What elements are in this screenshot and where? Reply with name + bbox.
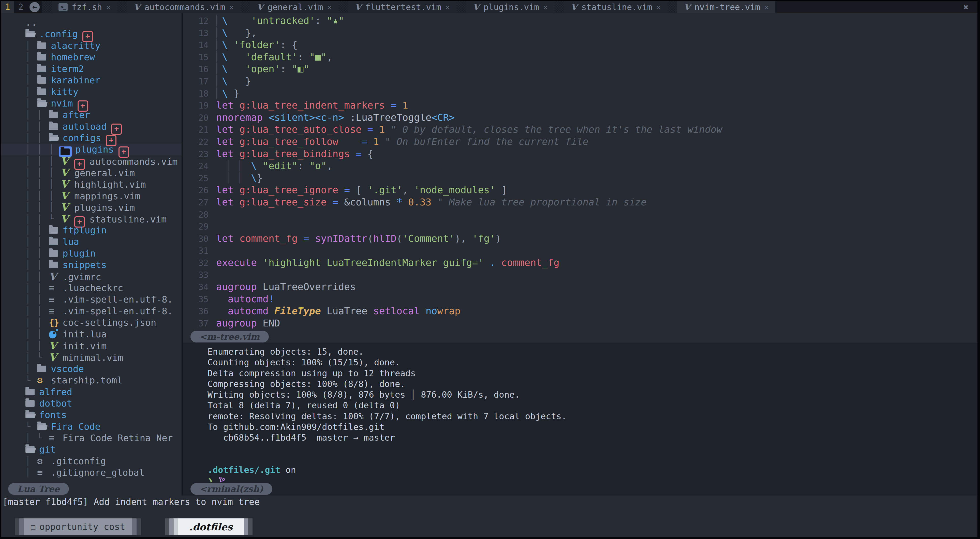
tab-plugins.vim[interactable]: Vplugins.vim× [466, 1, 554, 13]
editor-buffer[interactable]: 12▏\ 'untracked': "★"13▏\ },14▏\ 'folder… [183, 13, 977, 331]
tree-item-plugins[interactable]: │││plugins+ [1, 144, 181, 155]
tree-item-configs[interactable]: ││configs+ [1, 132, 181, 144]
code-line[interactable]: 27let g:lua_tree_size = &columns * 0.33 … [183, 196, 977, 208]
tab-close-icon[interactable]: × [229, 3, 234, 12]
code-line[interactable]: 35 autocmd! [183, 293, 977, 305]
tree-item-dotbot[interactable]: dotbot [1, 397, 181, 409]
code-line[interactable]: 34augroup LuaTreeOverrides [183, 281, 977, 293]
tmux-window-opportunity_cost[interactable]: □opportunity_cost [15, 518, 141, 535]
code-token [298, 233, 303, 244]
tree-item-alfred[interactable]: alfred [1, 386, 181, 397]
code-line[interactable]: 33 [183, 269, 977, 281]
git-branch-icon [218, 476, 226, 482]
nvim-tree-pane[interactable]: ...config+│alacritty│homebrew│iterm2│kar… [1, 13, 181, 496]
tree-item-fonts[interactable]: fonts [1, 409, 181, 421]
tree-item-autocommands.vim[interactable]: │││V+autocommands.vim [1, 155, 181, 167]
tab-close-icon[interactable]: × [106, 3, 111, 12]
code-line[interactable]: 23let g:lua_tree_bindings = { [183, 148, 977, 160]
code-line[interactable]: 29 [183, 220, 977, 233]
tab-general.vim[interactable]: Vgeneral.vim× [250, 1, 339, 13]
tree-item-after[interactable]: ││after [1, 109, 181, 121]
terminal-output-line: remote: Resolving deltas: 100% (7/7), co… [207, 411, 977, 421]
tab-fluttertest.vim[interactable]: Vfluttertest.vim× [348, 1, 457, 13]
tree-item-..[interactable]: .. [1, 17, 181, 28]
tab-close-icon[interactable]: × [764, 3, 769, 12]
code-line[interactable]: 32execute 'highlight LuaTreeIndentMarker… [183, 257, 977, 269]
terminal-pane[interactable]: Enumerating objects: 15, done.Counting o… [183, 343, 977, 482]
tab-close-icon[interactable]: × [327, 3, 332, 12]
tree-item-coc-settings.json[interactable]: ││{}coc-settings.json [1, 317, 181, 328]
tree-item-.vim-spell-en.utf-8.[interactable]: ││≡.vim-spell-en.utf-8. [1, 305, 181, 317]
tmux-window-.dotfiles[interactable]: .dotfiles [165, 518, 252, 535]
code-line[interactable]: 20nnoremap <silent><c-n> :LuaTreeToggle<… [183, 111, 977, 124]
code-line[interactable]: 31 [183, 245, 977, 257]
tree-item-kitty[interactable]: │kitty [1, 86, 181, 97]
vim-file-icon: V [60, 201, 74, 213]
code-line[interactable]: 30let comment_fg = synIDattr(hlID('Comme… [183, 233, 977, 245]
tree-item-.gitconfig[interactable]: │⚙.gitconfig [1, 455, 181, 467]
tab-close-icon[interactable]: × [543, 3, 548, 12]
tab-fzf.sh[interactable]: >_fzf.sh× [52, 1, 117, 13]
tmux-window-number-1[interactable]: 1 [1, 1, 14, 13]
indent-marker: │ [25, 201, 37, 213]
tree-item-autoload[interactable]: ││autoload+ [1, 121, 181, 132]
tree-item-vscode[interactable]: │vscode [1, 363, 181, 375]
tree-item-nvim[interactable]: │nvim+ [1, 98, 181, 109]
tree-item-.gitignore_global[interactable]: │≡.gitignore_global [1, 467, 181, 478]
tree-item-homebrew[interactable]: │homebrew [1, 51, 181, 63]
tree-item-general.vim[interactable]: │││Vgeneral.vim [1, 167, 181, 178]
code-line[interactable]: 21let g:lua_tree_auto_close = 1 " 0 by d… [183, 124, 977, 136]
tree-item-statusline.vim[interactable]: ││└V+statusline.vim [1, 213, 181, 224]
tree-item-.gvimrc[interactable]: ││V.gvimrc [1, 271, 181, 282]
tab-nvim-tree.vim[interactable]: Vnvim-tree.vim× [677, 1, 776, 13]
tree-item-lua[interactable]: ││lua [1, 236, 181, 247]
tree-item-Fira Code[interactable]: └Fira Code [1, 421, 181, 432]
tree-item-init.lua[interactable]: ││init.lua [1, 329, 181, 340]
tree-item-init.vim[interactable]: ││Vinit.vim [1, 340, 181, 351]
code-line[interactable]: 12▏\ 'untracked': "★" [183, 15, 977, 27]
tab-close-icon[interactable]: × [656, 3, 661, 12]
tabline-filler [775, 1, 955, 13]
tree-item-plugin[interactable]: ││plugin [1, 248, 181, 259]
code-token [257, 318, 262, 329]
code-line[interactable]: 22let g:lua_tree_follow = 1 " On bufEnte… [183, 136, 977, 148]
tab-close-icon[interactable]: × [445, 3, 450, 12]
indent-marker: │ [25, 282, 37, 294]
tmux-status-bar: □opportunity_cost.dotfiles [1, 518, 977, 536]
tmux-window-number-2[interactable]: 2 [14, 1, 27, 13]
tree-item-iterm2[interactable]: │iterm2 [1, 63, 181, 75]
code-line[interactable]: 25 ▏ ▏ \} [183, 172, 977, 184]
tab-statusline.vim[interactable]: Vstatusline.vim× [564, 1, 668, 13]
tree-item-Fira Code Retina Ner[interactable]: │└≡Fira Code Retina Ner [1, 432, 181, 444]
tree-item-.config[interactable]: .config+ [1, 28, 181, 40]
indent-marker: │ [37, 340, 49, 351]
tree-item-minimal.vim[interactable]: │└Vminimal.vim [1, 351, 181, 363]
code-line[interactable]: 24 ▏ ▏ \ "edit": "o", [183, 160, 977, 172]
tree-item-karabiner[interactable]: │karabiner [1, 75, 181, 86]
code-line[interactable]: 17▏\ } [183, 75, 977, 87]
code-token [338, 136, 361, 147]
code-line[interactable]: 14▏\ 'folder': { [183, 39, 977, 51]
tree-item-git[interactable]: git [1, 444, 181, 455]
tree-item-plugins.vim[interactable]: │││Vplugins.vim [1, 201, 181, 213]
code-line[interactable]: 19let g:lua_tree_indent_markers = 1 [183, 99, 977, 111]
tree-item-snippets[interactable]: ││snippets [1, 259, 181, 270]
tab-autocommands.vim[interactable]: Vautocommands.vim× [127, 1, 240, 13]
back-arrow-icon[interactable]: ← [30, 2, 40, 12]
code-line[interactable]: 18▏\ } [183, 87, 977, 100]
tree-item-alacritty[interactable]: │alacritty [1, 40, 181, 51]
tree-item-.vim-spell-en.utf-8.[interactable]: ││≡.vim-spell-en.utf-8. [1, 294, 181, 305]
code-line[interactable]: 28 [183, 208, 977, 221]
code-line[interactable]: 36 autocmd FileType LuaTree setlocal now… [183, 305, 977, 317]
code-line[interactable]: 13▏\ }, [183, 27, 977, 39]
code-line[interactable]: 15▏\ 'default': "■", [183, 51, 977, 63]
tree-item-mappings.vim[interactable]: │││Vmappings.vim [1, 190, 181, 201]
tree-item-starship.toml[interactable]: └⚙starship.toml [1, 375, 181, 386]
tree-item-highlight.vim[interactable]: │││Vhighlight.vim [1, 178, 181, 190]
close-all-icon[interactable]: ✖ [955, 1, 977, 13]
code-line[interactable]: 26let g:lua_tree_ignore = [ '.git', 'nod… [183, 184, 977, 196]
tree-item-.luacheckrc[interactable]: ││≡.luacheckrc [1, 282, 181, 294]
tree-item-ftplugin[interactable]: ││ftplugin [1, 224, 181, 236]
code-line[interactable]: 37augroup END [183, 317, 977, 329]
code-line[interactable]: 16▏\ 'open': "◧" [183, 63, 977, 75]
